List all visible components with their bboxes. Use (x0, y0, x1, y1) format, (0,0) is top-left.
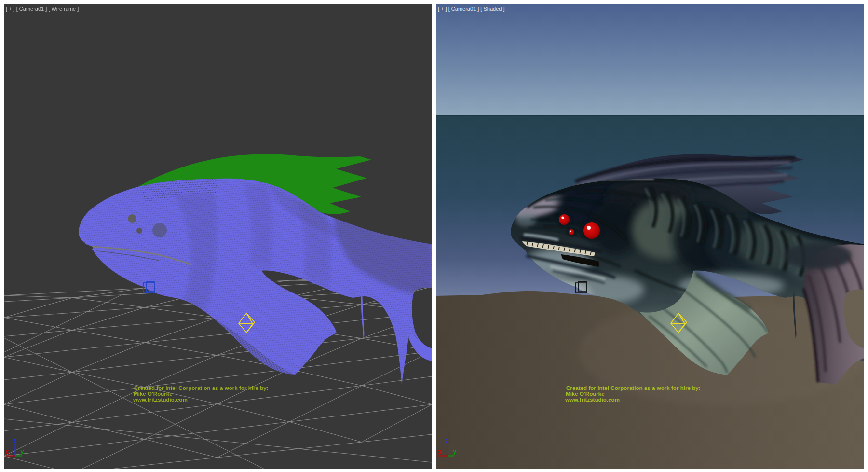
svg-text:[ + ] [ Camera01 ] [ Shaded ]: [ + ] [ Camera01 ] [ Shaded ] (438, 6, 505, 12)
svg-text:www.fritzstudio.com: www.fritzstudio.com (565, 397, 620, 403)
svg-text:www.fritzstudio.com: www.fritzstudio.com (133, 397, 188, 403)
svg-text:y: y (453, 448, 457, 455)
svg-text:[ + ] [ Camera01 ] [ Wireframe: [ + ] [ Camera01 ] [ Wireframe ] (6, 6, 79, 12)
svg-text:Created for Intel Corporation: Created for Intel Corporation as a work … (566, 385, 701, 391)
svg-text:Created for Intel Corporation: Created for Intel Corporation as a work … (134, 385, 269, 391)
svg-text:Mike O'Rourke: Mike O'Rourke (566, 391, 605, 397)
svg-text:x: x (6, 448, 9, 455)
svg-text:Mike O'Rourke: Mike O'Rourke (134, 391, 173, 397)
svg-text:z: z (446, 437, 449, 444)
svg-text:z: z (14, 437, 16, 444)
svg-text:y: y (21, 448, 24, 455)
svg-text:x: x (438, 448, 442, 455)
